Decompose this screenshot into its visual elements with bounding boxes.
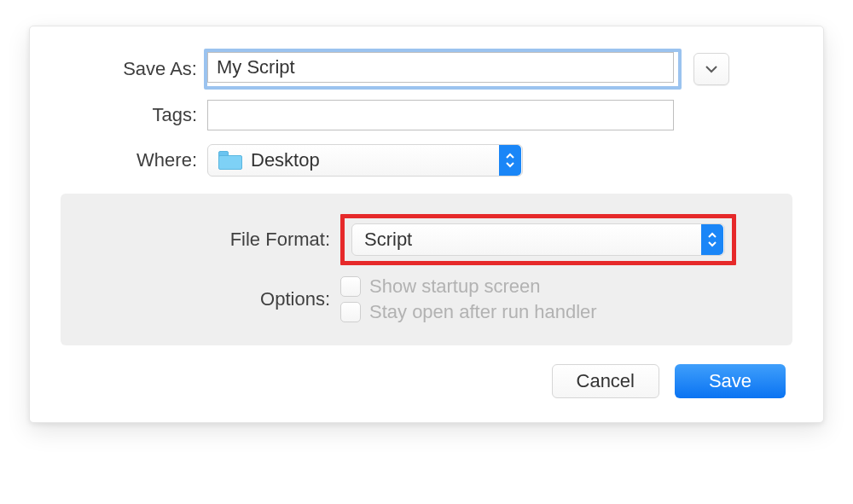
updown-stepper-icon — [499, 145, 521, 176]
folder-icon — [218, 151, 242, 170]
tags-label: Tags: — [61, 104, 207, 126]
show-startup-checkbox[interactable] — [340, 276, 361, 297]
file-format-row: File Format: Script — [86, 214, 767, 265]
expand-dialog-button[interactable] — [693, 53, 729, 85]
file-format-dropdown[interactable]: Script — [351, 223, 725, 256]
save-dialog: Save As: Tags: Where: Desktop — [29, 26, 824, 423]
tags-row: Tags: — [61, 100, 792, 130]
options-panel: File Format: Script Options: Show startu… — [61, 194, 792, 345]
file-format-highlight: Script — [340, 214, 736, 265]
where-row: Where: Desktop — [61, 144, 792, 177]
show-startup-text: Show startup screen — [369, 275, 541, 298]
stay-open-text: Stay open after run handler — [369, 301, 597, 323]
file-format-value: Script — [364, 229, 701, 251]
options-label: Options: — [86, 288, 340, 310]
save-as-row: Save As: — [61, 52, 792, 86]
save-as-input[interactable] — [207, 52, 674, 83]
save-as-label: Save As: — [61, 58, 207, 80]
chevron-down-icon — [705, 65, 718, 73]
where-dropdown[interactable]: Desktop — [207, 144, 523, 177]
updown-stepper-icon — [701, 224, 723, 255]
file-format-label: File Format: — [86, 229, 340, 251]
dialog-footer: Cancel Save — [61, 364, 792, 398]
save-button[interactable]: Save — [675, 364, 786, 398]
options-row: Options: Show startup screen Stay open a… — [86, 275, 767, 323]
where-label: Where: — [61, 149, 207, 171]
tags-input[interactable] — [207, 100, 674, 130]
option-show-startup: Show startup screen — [340, 275, 597, 298]
where-value: Desktop — [251, 149, 499, 171]
option-stay-open: Stay open after run handler — [340, 301, 597, 323]
stay-open-checkbox[interactable] — [340, 302, 361, 322]
cancel-button[interactable]: Cancel — [552, 364, 659, 398]
